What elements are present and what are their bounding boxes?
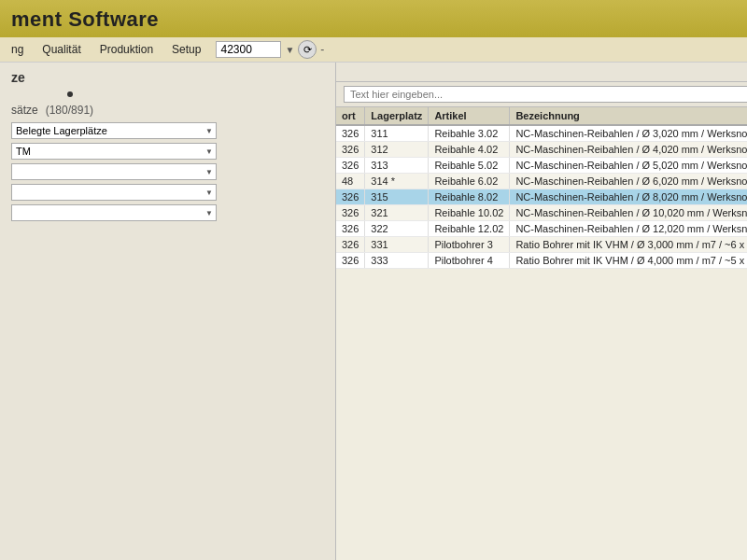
filter-belegte-select[interactable]: Belegte Lagerplätze Alle Lagerplätze Fre… <box>11 122 217 139</box>
filter-3-wrapper <box>11 163 217 180</box>
cell-artikel: Reibahle 12.02 <box>429 221 510 237</box>
left-panel: ze sätze (180/891) Belegte Lagerplätze A… <box>0 63 336 560</box>
filter-4-wrapper <box>11 184 217 201</box>
filter-tm-wrapper: TM Alle <box>11 143 217 160</box>
filter-4-select[interactable] <box>11 184 217 201</box>
cell-lagerplatz: 331 <box>365 237 429 253</box>
cell-lagerplatz: 314 * <box>365 174 429 189</box>
machine-input[interactable] <box>216 41 281 58</box>
cell-ort: 326 <box>336 237 365 253</box>
table-header-row: ort Lagerplatz Artikel Bezeichnung <box>336 107 747 125</box>
cell-ort: 326 <box>336 253 365 269</box>
cell-artikel: Reibahle 5.02 <box>429 158 510 174</box>
cell-bezeichnung: Ratio Bohrer mit IK VHM / Ø 3,000 mm / m… <box>510 237 747 253</box>
table-row[interactable]: 326315Reibahle 8.02NC-Maschinen-Reibahle… <box>336 189 747 205</box>
cell-bezeichnung: NC-Maschinen-Reibahlen / Ø 12,020 mm / W… <box>510 221 747 237</box>
menu-qualitat[interactable]: Qualität <box>38 41 84 58</box>
menu-produktion[interactable]: Produktion <box>96 41 157 58</box>
filter-belegte-wrapper: Belegte Lagerplätze Alle Lagerplätze Fre… <box>11 122 217 139</box>
table-row[interactable]: 326312Reibahle 4.02NC-Maschinen-Reibahle… <box>336 142 747 158</box>
cell-bezeichnung: NC-Maschinen-Reibahlen / Ø 6,020 mm / We… <box>510 174 747 189</box>
cell-artikel: Pilotbohrer 3 <box>429 237 510 253</box>
filter-5-wrapper <box>11 204 217 221</box>
cell-ort: 326 <box>336 221 365 237</box>
table-row[interactable]: 326333Pilotbohrer 4Ratio Bohrer mit IK V… <box>336 253 747 269</box>
search-input[interactable] <box>344 86 747 103</box>
cell-artikel: Pilotbohrer 4 <box>429 253 510 269</box>
cell-artikel: Reibahle 8.02 <box>429 189 510 205</box>
menu-setup[interactable]: Setup <box>168 41 204 58</box>
cell-lagerplatz: 313 <box>365 158 429 174</box>
cell-bezeichnung: NC-Maschinen-Reibahlen / Ø 3,020 mm / We… <box>510 125 747 142</box>
app-title: ment Software <box>11 7 159 32</box>
cell-bezeichnung: NC-Maschinen-Reibahlen / Ø 8,020 mm / We… <box>510 189 747 205</box>
main-content: ze sätze (180/891) Belegte Lagerplätze A… <box>0 63 747 560</box>
cell-artikel: Reibahle 4.02 <box>429 142 510 158</box>
cell-artikel: Reibahle 10.02 <box>429 205 510 221</box>
cell-bezeichnung: NC-Maschinen-Reibahlen / Ø 10,020 mm / W… <box>510 205 747 221</box>
title-bar: ment Software <box>0 0 747 37</box>
cell-bezeichnung: NC-Maschinen-Reibahlen / Ø 5,020 mm / We… <box>510 158 747 174</box>
search-bar: Finden <box>336 82 747 107</box>
cell-artikel: Reibahle 3.02 <box>429 125 510 142</box>
cell-ort: 326 <box>336 205 365 221</box>
table-body: 326311Reibahle 3.02NC-Maschinen-Reibahle… <box>336 125 747 269</box>
table-row[interactable]: 48314 *Reibahle 6.02NC-Maschinen-Reibahl… <box>336 174 747 189</box>
cell-ort: 326 <box>336 189 365 205</box>
counter-label: (180/891) <box>46 104 93 117</box>
cell-lagerplatz: 333 <box>365 253 429 269</box>
menu-bar: ng Qualität Produktion Setup ▼ ⟳ - <box>0 37 747 63</box>
dot-indicator <box>67 91 73 97</box>
machine-selector: ▼ ⟳ - <box>216 40 324 59</box>
cell-lagerplatz: 315 <box>365 189 429 205</box>
refresh-button[interactable]: ⟳ <box>298 40 317 59</box>
lagerplatz-table: ort Lagerplatz Artikel Bezeichnung 32631… <box>336 107 747 269</box>
cell-lagerplatz: 312 <box>365 142 429 158</box>
table-row[interactable]: 326311Reibahle 3.02NC-Maschinen-Reibahle… <box>336 125 747 142</box>
col-lagerplatz: Lagerplatz <box>365 107 429 125</box>
cell-lagerplatz: 321 <box>365 205 429 221</box>
cell-ort: 326 <box>336 142 365 158</box>
col-artikel: Artikel <box>429 107 510 125</box>
data-table: ort Lagerplatz Artikel Bezeichnung 32631… <box>336 107 747 560</box>
cell-artikel: Reibahle 6.02 <box>429 174 510 189</box>
cell-ort: 326 <box>336 125 365 142</box>
filter-5-select[interactable] <box>11 204 217 221</box>
filter-tm-select[interactable]: TM Alle <box>11 143 217 160</box>
table-row[interactable]: 326322Reibahle 12.02NC-Maschinen-Reibahl… <box>336 221 747 237</box>
table-row[interactable]: 326313Reibahle 5.02NC-Maschinen-Reibahle… <box>336 158 747 174</box>
satze-label: sätze <box>11 104 38 117</box>
table-row[interactable]: 326321Reibahle 10.02NC-Maschinen-Reibahl… <box>336 205 747 221</box>
filter-3-select[interactable] <box>11 163 217 180</box>
panel-title: ze <box>11 70 324 85</box>
cell-ort: 326 <box>336 158 365 174</box>
cell-ort: 48 <box>336 174 365 189</box>
ubersicht-header: Übersicht Lagerplätze <box>336 63 747 82</box>
cell-lagerplatz: 322 <box>365 221 429 237</box>
cell-bezeichnung: Ratio Bohrer mit IK VHM / Ø 4,000 mm / m… <box>510 253 747 269</box>
refresh-icon: ⟳ <box>303 44 312 56</box>
menu-ng[interactable]: ng <box>7 41 27 58</box>
col-bezeichnung: Bezeichnung <box>510 107 747 125</box>
col-ort: ort <box>336 107 365 125</box>
table-row[interactable]: 326331Pilotbohrer 3Ratio Bohrer mit IK V… <box>336 237 747 253</box>
dash-label: - <box>320 43 324 56</box>
cell-lagerplatz: 311 <box>365 125 429 142</box>
cell-bezeichnung: NC-Maschinen-Reibahlen / Ø 4,020 mm / We… <box>510 142 747 158</box>
right-panel: Übersicht Lagerplätze Finden ort Lagerpl… <box>336 63 747 560</box>
